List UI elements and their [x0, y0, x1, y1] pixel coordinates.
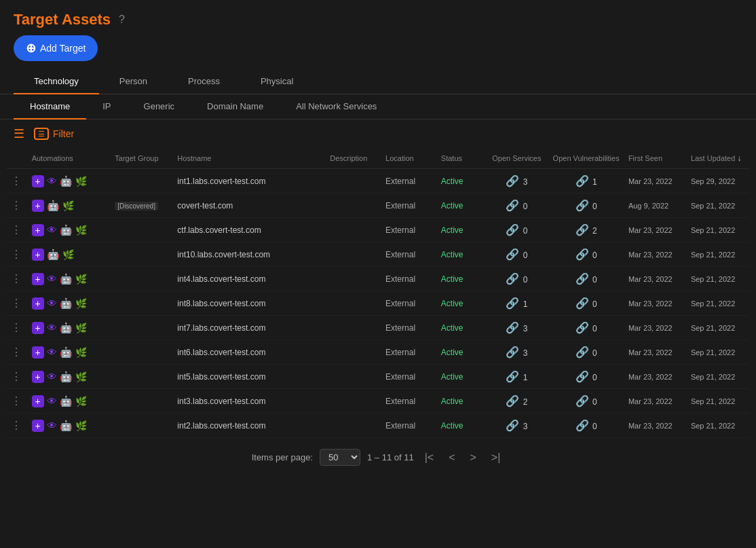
open-services-0[interactable]: 🔗 3 [485, 169, 548, 194]
open-vuln-link-icon[interactable]: 🔗 [575, 322, 589, 333]
row-dots-10[interactable]: ⋮ [7, 414, 28, 438]
eye-icon[interactable]: 👁 [47, 371, 57, 382]
open-services-link-icon[interactable]: 🔗 [506, 346, 519, 358]
open-services-link-icon[interactable]: 🔗 [506, 224, 519, 236]
hostname-10[interactable]: int2.labs.covert-test.com [173, 414, 326, 438]
dots-icon[interactable]: ⋮ [11, 371, 22, 382]
open-services-link-icon[interactable]: 🔗 [506, 249, 519, 260]
dots-icon[interactable]: ⋮ [11, 346, 22, 358]
open-vuln-6[interactable]: 🔗 0 [548, 316, 624, 340]
hostname-3[interactable]: int10.labs.covert-test.com [173, 242, 326, 267]
open-vuln-link-icon[interactable]: 🔗 [575, 371, 589, 382]
open-services-5[interactable]: 🔗 1 [485, 291, 548, 316]
first-page-button[interactable]: |< [421, 450, 438, 465]
sort-icon[interactable]: ↓ [737, 153, 741, 163]
tab-technology[interactable]: Technology [14, 69, 99, 94]
sub-tab-generic[interactable]: Generic [128, 94, 191, 120]
add-target-button[interactable]: ⊕ Add Target [14, 35, 98, 61]
open-vuln-9[interactable]: 🔗 0 [548, 389, 624, 414]
plus-sq-icon[interactable]: + [32, 322, 44, 334]
row-dots-5[interactable]: ⋮ [7, 291, 28, 316]
open-services-link-icon[interactable]: 🔗 [506, 297, 519, 309]
row-dots-7[interactable]: ⋮ [7, 340, 28, 365]
open-services-link-icon[interactable]: 🔗 [506, 273, 519, 285]
open-vuln-link-icon[interactable]: 🔗 [575, 175, 589, 187]
eye-icon[interactable]: 👁 [47, 420, 57, 431]
open-services-8[interactable]: 🔗 1 [485, 365, 548, 389]
open-services-2[interactable]: 🔗 0 [485, 218, 548, 242]
row-dots-3[interactable]: ⋮ [7, 242, 28, 267]
tab-physical[interactable]: Physical [240, 69, 314, 94]
eye-icon[interactable]: 👁 [47, 224, 57, 236]
dots-icon[interactable]: ⋮ [11, 395, 22, 407]
open-vuln-link-icon[interactable]: 🔗 [575, 420, 589, 431]
sub-tab-hostname[interactable]: Hostname [14, 94, 86, 120]
open-vuln-8[interactable]: 🔗 0 [548, 365, 624, 389]
sub-tab-ip[interactable]: IP [86, 94, 127, 120]
eye-icon[interactable]: 👁 [47, 297, 57, 309]
plus-sq-icon[interactable]: + [32, 249, 44, 261]
open-services-9[interactable]: 🔗 2 [485, 389, 548, 414]
open-vuln-link-icon[interactable]: 🔗 [575, 224, 589, 236]
plus-sq-icon[interactable]: + [32, 297, 44, 310]
open-vuln-5[interactable]: 🔗 0 [548, 291, 624, 316]
open-vuln-link-icon[interactable]: 🔗 [575, 273, 589, 285]
open-services-1[interactable]: 🔗 0 [485, 194, 548, 218]
open-vuln-3[interactable]: 🔗 0 [548, 242, 624, 267]
help-icon[interactable]: ? [119, 14, 125, 26]
plus-sq-icon[interactable]: + [32, 224, 44, 236]
dots-icon[interactable]: ⋮ [11, 297, 22, 309]
eye-icon[interactable]: 👁 [47, 322, 57, 333]
hostname-8[interactable]: int5.labs.covert-test.com [173, 365, 326, 389]
open-vuln-1[interactable]: 🔗 0 [548, 194, 624, 218]
open-vuln-2[interactable]: 🔗 2 [548, 218, 624, 242]
open-services-link-icon[interactable]: 🔗 [506, 322, 519, 333]
plus-sq-icon[interactable]: + [32, 273, 44, 285]
plus-sq-icon[interactable]: + [32, 420, 44, 432]
row-dots-9[interactable]: ⋮ [7, 389, 28, 414]
next-page-button[interactable]: > [466, 450, 480, 465]
plus-sq-icon[interactable]: + [32, 395, 44, 407]
hostname-5[interactable]: int8.labs.covert-test.com [173, 291, 326, 316]
dots-icon[interactable]: ⋮ [11, 420, 22, 431]
prev-page-button[interactable]: < [445, 450, 459, 465]
hostname-6[interactable]: int7.labs.covert-test.com [173, 316, 326, 340]
plus-sq-icon[interactable]: + [32, 346, 44, 359]
open-vuln-link-icon[interactable]: 🔗 [575, 395, 589, 407]
dots-icon[interactable]: ⋮ [11, 224, 22, 236]
open-vuln-0[interactable]: 🔗 1 [548, 169, 624, 194]
open-vuln-7[interactable]: 🔗 0 [548, 340, 624, 365]
open-services-3[interactable]: 🔗 0 [485, 242, 548, 267]
hostname-4[interactable]: int4.labs.covert-test.com [173, 267, 326, 291]
row-dots-2[interactable]: ⋮ [7, 218, 28, 242]
hostname-1[interactable]: covert-test.com [173, 194, 326, 218]
row-dots-8[interactable]: ⋮ [7, 365, 28, 389]
plus-sq-icon[interactable]: + [32, 175, 44, 187]
open-services-4[interactable]: 🔗 0 [485, 267, 548, 291]
sub-tab-domain-name[interactable]: Domain Name [191, 94, 280, 120]
items-per-page-select[interactable]: 50 10 25 100 [320, 449, 360, 466]
open-services-link-icon[interactable]: 🔗 [506, 420, 519, 431]
plus-sq-icon[interactable]: + [32, 371, 44, 383]
open-vuln-link-icon[interactable]: 🔗 [575, 249, 589, 260]
row-dots-4[interactable]: ⋮ [7, 267, 28, 291]
last-page-button[interactable]: >| [487, 450, 505, 465]
dots-icon[interactable]: ⋮ [11, 249, 22, 260]
eye-icon[interactable]: 👁 [47, 175, 57, 187]
open-vuln-10[interactable]: 🔗 0 [548, 414, 624, 438]
row-dots-1[interactable]: ⋮ [7, 194, 28, 218]
tab-process[interactable]: Process [168, 69, 240, 94]
hostname-2[interactable]: ctf.labs.covert-test.com [173, 218, 326, 242]
open-vuln-link-icon[interactable]: 🔗 [575, 346, 589, 358]
open-vuln-link-icon[interactable]: 🔗 [575, 297, 589, 309]
dots-icon[interactable]: ⋮ [11, 200, 22, 211]
open-services-link-icon[interactable]: 🔗 [506, 395, 519, 407]
tab-person[interactable]: Person [99, 69, 168, 94]
row-dots-6[interactable]: ⋮ [7, 316, 28, 340]
dots-icon[interactable]: ⋮ [11, 273, 22, 285]
eye-icon[interactable]: 👁 [47, 395, 57, 407]
plus-sq-icon[interactable]: + [32, 200, 44, 212]
open-services-10[interactable]: 🔗 3 [485, 414, 548, 438]
hamburger-icon[interactable]: ☰ [14, 126, 24, 141]
open-vuln-link-icon[interactable]: 🔗 [575, 200, 589, 211]
